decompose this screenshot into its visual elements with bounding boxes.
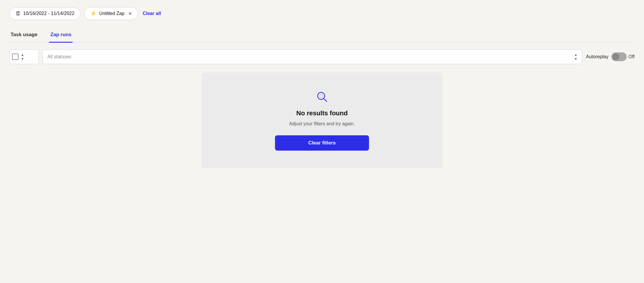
close-zap-filter-icon[interactable]: ✕ <box>128 11 132 16</box>
autoreplay-row: Autoreplay Off <box>586 52 635 61</box>
empty-state: No results found Adjust your filters and… <box>202 72 442 168</box>
stepper-arrows[interactable]: ▲ ▼ <box>21 53 24 61</box>
status-select[interactable]: All statuses ▲ ▼ <box>42 49 582 64</box>
no-results-subtitle: Adjust your filters and try again. <box>289 121 355 126</box>
controls-row: ▲ ▼ All statuses ▲ ▼ Autoreplay Off <box>9 49 635 64</box>
top-bar: 🗓 10/16/2022 - 11/14/2022 ⚡ Untitled Zap… <box>9 7 635 20</box>
toggle-state-label: Off <box>628 54 635 59</box>
zap-filter-pill[interactable]: ⚡ Untitled Zap ✕ <box>84 7 138 20</box>
arrow-down-icon: ▼ <box>21 57 24 61</box>
checkbox-stepper[interactable]: ▲ ▼ <box>9 49 39 64</box>
arrow-up-icon: ▲ <box>21 53 24 56</box>
tabs-container: Task usage Zap runs <box>9 28 635 42</box>
toggle-knob <box>612 53 619 60</box>
calendar-icon: 🗓 <box>16 11 21 17</box>
search-icon-wrapper <box>316 90 328 104</box>
tab-task-usage[interactable]: Task usage <box>9 29 38 43</box>
zap-name-label: Untitled Zap <box>99 11 124 16</box>
no-results-search-icon <box>316 90 328 103</box>
no-results-title: No results found <box>296 109 348 117</box>
date-range-label: 10/16/2022 - 11/14/2022 <box>23 11 74 16</box>
clear-filters-button[interactable]: Clear filters <box>275 135 369 151</box>
tab-zap-runs[interactable]: Zap runs <box>49 29 73 43</box>
status-placeholder: All statuses <box>47 54 71 59</box>
autoreplay-toggle[interactable]: Off <box>611 52 635 61</box>
zap-icon: ⚡ <box>90 10 97 17</box>
clear-all-link[interactable]: Clear all <box>143 11 161 16</box>
select-arrows: ▲ ▼ <box>574 53 578 61</box>
select-arrow-up-icon: ▲ <box>574 53 578 56</box>
select-all-checkbox[interactable] <box>12 54 19 60</box>
svg-point-2 <box>319 94 323 98</box>
date-filter-pill[interactable]: 🗓 10/16/2022 - 11/14/2022 <box>9 7 80 20</box>
toggle-track[interactable] <box>611 52 627 61</box>
select-arrow-down-icon: ▼ <box>574 57 578 61</box>
svg-line-1 <box>324 99 327 101</box>
autoreplay-label: Autoreplay <box>586 54 608 59</box>
